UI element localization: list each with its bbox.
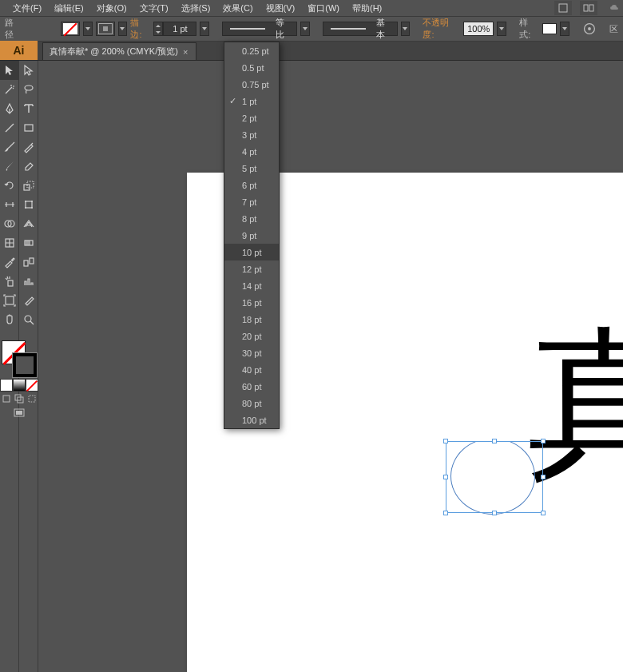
menu-object[interactable]: 对象(O) [92, 1, 132, 16]
artboard-tool[interactable] [0, 291, 19, 310]
screen-mode-icon[interactable] [0, 406, 38, 420]
pen-tool[interactable] [0, 99, 19, 118]
eyedropper-tool[interactable] [0, 252, 19, 272]
magic-wand-tool[interactable] [0, 80, 19, 99]
pencil-tool[interactable] [19, 137, 38, 157]
stroke-weight-option[interactable]: 0.5 pt [224, 59, 279, 76]
lasso-tool[interactable] [19, 80, 38, 99]
stroke-weight-option[interactable]: 4 pt [224, 143, 279, 160]
gradient-tool[interactable] [19, 233, 38, 252]
variable-width-profile[interactable]: 等比 [222, 22, 297, 36]
stroke-weight-option[interactable]: 2 pt [224, 109, 279, 126]
stroke-label[interactable]: 描边: [130, 17, 150, 41]
stroke-weight-menu[interactable]: 0.25 pt0.5 pt0.75 pt1 pt2 pt3 pt4 pt5 pt… [224, 42, 280, 429]
rectangle-tool[interactable] [19, 118, 38, 137]
selection-bounding-box[interactable] [446, 441, 543, 513]
zoom-tool[interactable] [19, 310, 38, 329]
canvas[interactable]: 真 [38, 61, 623, 672]
menu-select[interactable]: 选择(S) [177, 1, 216, 16]
stroke-weight-option[interactable]: 8 pt [224, 210, 279, 227]
variable-width-dropdown[interactable] [300, 22, 310, 36]
fill-stroke-swatches[interactable] [0, 339, 38, 379]
stroke-weight-option[interactable]: 100 pt [224, 412, 279, 428]
menu-view[interactable]: 视图(V) [261, 1, 300, 16]
style-dropdown[interactable] [560, 22, 569, 36]
stroke-weight-option[interactable]: 6 pt [224, 177, 279, 193]
stroke-weight-option[interactable]: 30 pt [224, 344, 279, 361]
stroke-weight-input[interactable] [163, 22, 196, 36]
close-tab-icon[interactable]: × [183, 47, 189, 57]
type-tool[interactable] [19, 99, 38, 118]
fill-swatch[interactable] [61, 22, 80, 36]
opacity-label[interactable]: 不透明度: [423, 17, 460, 41]
draw-normal-icon[interactable] [0, 392, 13, 406]
blend-tool[interactable] [19, 252, 38, 272]
menu-effect[interactable]: 效果(C) [218, 1, 257, 16]
stroke-weight-option[interactable]: 18 pt [224, 311, 279, 328]
mesh-tool[interactable] [0, 233, 19, 252]
stroke-weight-option[interactable]: 40 pt [224, 361, 279, 378]
hand-tool[interactable] [0, 310, 19, 329]
stroke-weight-spinner[interactable] [153, 22, 196, 36]
brush-dropdown[interactable] [401, 22, 411, 36]
draw-behind-icon[interactable] [13, 392, 26, 406]
rotate-tool[interactable] [0, 176, 19, 195]
stroke-weight-option[interactable]: 12 pt [224, 260, 279, 277]
stroke-weight-option[interactable]: 9 pt [224, 227, 279, 244]
handle-top-mid[interactable] [492, 439, 497, 443]
recolor-icon[interactable] [582, 22, 597, 36]
stroke-weight-option[interactable]: 1 pt [224, 93, 279, 109]
direct-selection-tool[interactable] [19, 61, 38, 80]
stroke-weight-option[interactable]: 5 pt [224, 160, 279, 177]
width-tool[interactable] [0, 195, 19, 214]
menu-window[interactable]: 窗口(W) [303, 1, 344, 16]
stroke-swatch[interactable] [96, 22, 115, 36]
handle-mid-left[interactable] [443, 475, 448, 479]
stroke-weight-option[interactable]: 3 pt [224, 126, 279, 143]
style-swatch[interactable] [542, 23, 557, 34]
scale-tool[interactable] [19, 176, 38, 195]
menu-type[interactable]: 文字(T) [135, 1, 173, 16]
selection-tool[interactable] [0, 61, 19, 80]
color-mode-gradient[interactable] [13, 379, 26, 392]
stroke-weight-option[interactable]: 0.75 pt [224, 76, 279, 93]
opacity-input[interactable] [463, 22, 494, 36]
handle-bot-right[interactable] [541, 511, 546, 515]
stroke-swatch-dropdown[interactable] [118, 22, 128, 36]
eraser-tool[interactable] [19, 157, 38, 176]
opacity-dropdown[interactable] [497, 22, 506, 36]
stroke-weight-option[interactable]: 14 pt [224, 277, 279, 294]
perspective-grid-tool[interactable] [19, 214, 38, 233]
color-mode-none[interactable] [26, 379, 38, 392]
stroke-weight-option[interactable]: 7 pt [224, 193, 279, 210]
doc-setup-icon[interactable] [554, 1, 572, 15]
stroke-weight-option[interactable]: 16 pt [224, 294, 279, 311]
symbol-sprayer-tool[interactable] [0, 272, 19, 291]
stroke-swatch-large[interactable] [13, 353, 37, 377]
stroke-weight-option[interactable]: 10 pt [224, 244, 279, 260]
brush-profile[interactable]: 基本 [323, 22, 398, 36]
menu-edit[interactable]: 编辑(E) [50, 1, 89, 16]
free-transform-tool[interactable] [19, 195, 38, 214]
cloud-icon[interactable] [605, 1, 623, 15]
handle-bot-mid[interactable] [492, 511, 497, 515]
handle-bot-left[interactable] [443, 511, 448, 515]
fill-dropdown[interactable] [83, 22, 93, 36]
slice-tool[interactable] [19, 291, 38, 310]
menu-help[interactable]: 帮助(H) [347, 1, 387, 16]
arrange-icon[interactable] [580, 1, 597, 15]
line-segment-tool[interactable] [0, 118, 19, 137]
column-graph-tool[interactable] [19, 272, 38, 291]
color-mode-solid[interactable] [0, 379, 13, 392]
handle-top-left[interactable] [443, 439, 448, 443]
stroke-weight-option[interactable]: 80 pt [224, 395, 279, 412]
document-tab[interactable]: 真情奉献* @ 200% (CMYK/预览) × [42, 42, 196, 60]
handle-top-right[interactable] [541, 439, 546, 443]
shape-builder-tool[interactable] [0, 214, 19, 233]
area-label[interactable]: 区 [609, 23, 618, 35]
draw-inside-icon[interactable] [26, 392, 38, 406]
stroke-weight-option[interactable]: 60 pt [224, 378, 279, 395]
handle-mid-right[interactable] [541, 475, 546, 479]
stroke-weight-option[interactable]: 0.25 pt [224, 42, 279, 59]
stroke-weight-dropdown[interactable] [200, 22, 209, 36]
